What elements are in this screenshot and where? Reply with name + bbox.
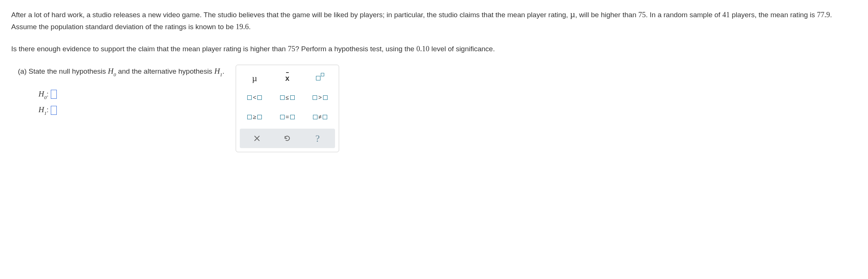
less-equal-icon: ≤ bbox=[280, 93, 295, 102]
h1-input[interactable] bbox=[51, 106, 57, 115]
value-75: 75 bbox=[288, 45, 295, 53]
problem-paragraph-2: Is there enough evidence to support the … bbox=[11, 43, 857, 55]
text: and the alternative hypothesis bbox=[116, 67, 214, 75]
palette-equal[interactable]: = bbox=[275, 111, 299, 123]
mu-symbol: µ bbox=[570, 9, 575, 19]
h1-line: H1: bbox=[38, 104, 224, 116]
close-icon bbox=[254, 135, 260, 142]
undo-icon bbox=[283, 135, 291, 142]
part-a-prompt: (a) State the null hypothesis H0 and the… bbox=[18, 65, 224, 78]
palette-not-equal[interactable]: ≠ bbox=[308, 111, 332, 123]
clear-button[interactable] bbox=[248, 132, 266, 144]
greater-than-icon: > bbox=[313, 93, 327, 102]
reset-button[interactable] bbox=[278, 132, 296, 144]
h0-label: H0: bbox=[38, 88, 49, 101]
superscript-icon bbox=[316, 76, 324, 80]
text: After a lot of hard work, a studio relea… bbox=[11, 11, 570, 19]
palette-footer: ? bbox=[240, 129, 335, 148]
symbol-palette: µ x < ≤ > bbox=[236, 65, 339, 152]
text: (a) State the null hypothesis bbox=[18, 67, 108, 75]
problem-paragraph-1: After a lot of hard work, a studio relea… bbox=[11, 7, 857, 33]
palette-greater-equal[interactable]: ≥ bbox=[243, 111, 267, 123]
h0-line: H0: bbox=[38, 88, 224, 101]
help-button[interactable]: ? bbox=[309, 132, 326, 144]
palette-xbar[interactable]: x bbox=[275, 72, 299, 85]
text: ? Perform a hypothesis test, using the bbox=[295, 45, 416, 53]
greater-equal-icon: ≥ bbox=[247, 113, 262, 122]
text: . bbox=[222, 67, 224, 75]
value-75: 75 bbox=[638, 10, 646, 19]
text: , will be higher than bbox=[575, 11, 638, 19]
palette-superscript[interactable] bbox=[308, 72, 332, 85]
not-equal-icon: ≠ bbox=[313, 113, 328, 122]
value-77-9: 77.9 bbox=[817, 10, 830, 19]
text: . In a random sample of bbox=[646, 11, 722, 19]
palette-less-equal[interactable]: ≤ bbox=[275, 91, 299, 104]
palette-greater-than[interactable]: > bbox=[308, 91, 332, 104]
h1-label: H1: bbox=[38, 104, 49, 116]
h1-symbol: H bbox=[214, 67, 220, 76]
value-41: 41 bbox=[722, 10, 730, 19]
palette-mu[interactable]: µ bbox=[243, 72, 267, 85]
text: Is there enough evidence to support the … bbox=[11, 45, 288, 53]
value-0-10: 0.10 bbox=[416, 45, 430, 53]
less-than-icon: < bbox=[247, 93, 262, 102]
palette-less-than[interactable]: < bbox=[243, 91, 267, 104]
value-19-6: 19.6 bbox=[236, 22, 249, 31]
h0-input[interactable] bbox=[51, 90, 57, 99]
h1-subscript: 1 bbox=[220, 72, 223, 77]
text: . bbox=[249, 23, 251, 31]
h0-subscript: 0 bbox=[114, 72, 116, 77]
h0-symbol: H bbox=[108, 67, 114, 76]
text: level of significance. bbox=[430, 45, 495, 53]
help-icon: ? bbox=[315, 131, 320, 146]
equal-icon: = bbox=[280, 113, 295, 122]
text: players, the mean rating is bbox=[730, 11, 817, 19]
xbar-icon: x bbox=[285, 73, 289, 84]
